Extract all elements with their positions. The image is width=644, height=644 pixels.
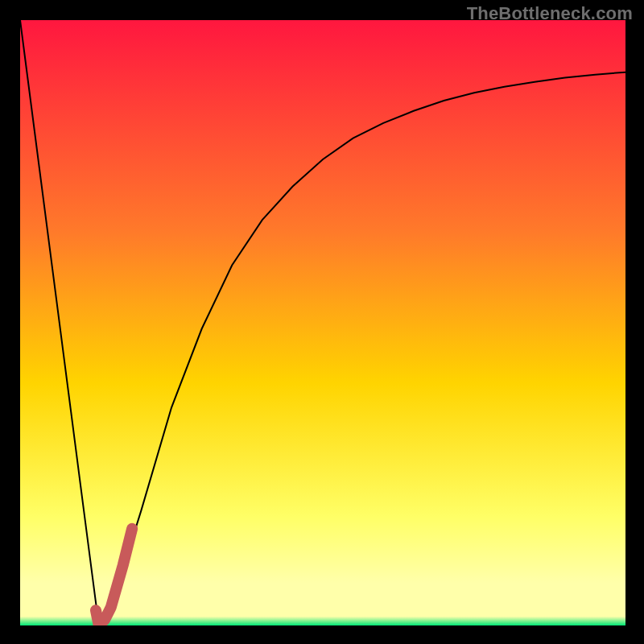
gradient-background [20, 20, 625, 625]
chart-svg [20, 20, 625, 625]
chart-frame: TheBottleneck.com [0, 0, 644, 644]
plot-area [20, 20, 625, 625]
